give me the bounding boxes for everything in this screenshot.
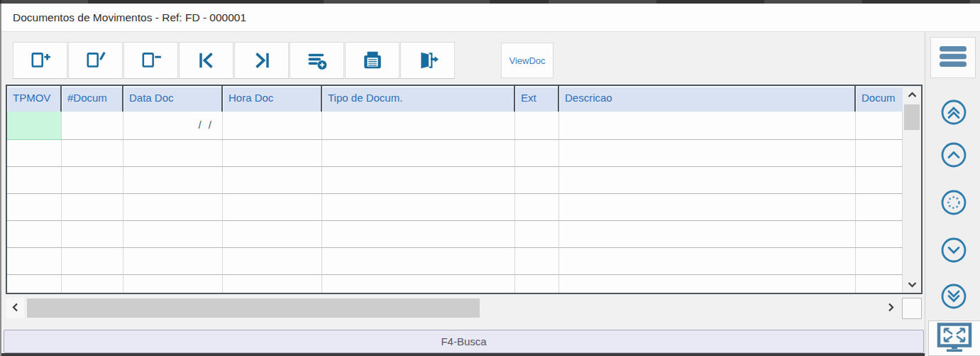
scroll-next-button[interactable] (940, 237, 968, 265)
column-header-ext[interactable]: Ext (515, 86, 559, 112)
grid-cell[interactable] (856, 167, 903, 194)
column-header-documento[interactable]: Docum (856, 86, 903, 112)
scroll-prev-button[interactable] (940, 141, 968, 170)
grid-row[interactable]: / / (7, 112, 903, 140)
grid-cell[interactable] (7, 167, 62, 194)
grid-row[interactable] (7, 194, 903, 221)
grid-cell[interactable] (223, 112, 322, 140)
grid-row[interactable] (7, 221, 903, 248)
horizontal-scrollbar[interactable] (6, 298, 900, 318)
grid-cell[interactable] (515, 194, 559, 221)
grid-cell[interactable] (223, 167, 322, 194)
grid-cell[interactable] (515, 275, 559, 293)
delete-record-button[interactable] (123, 42, 178, 79)
new-record-button[interactable] (13, 42, 67, 79)
grid-cell[interactable] (856, 112, 903, 140)
viewdoc-button[interactable]: ViewDoc (501, 43, 554, 78)
date-mask-cell[interactable]: / / (123, 112, 223, 140)
grid-cell[interactable] (223, 275, 322, 293)
grid-cell[interactable] (62, 221, 123, 248)
grid-cell[interactable] (123, 221, 223, 248)
grid-cell[interactable] (7, 140, 62, 167)
edit-record-button[interactable] (68, 42, 123, 79)
grid-cell[interactable] (559, 194, 856, 221)
scroll-up-button[interactable] (903, 86, 921, 103)
grid-cell[interactable] (123, 194, 223, 221)
grid-cell[interactable] (322, 112, 515, 140)
grid-cell[interactable] (515, 112, 559, 140)
grid-cell[interactable] (7, 221, 62, 248)
grid-cell[interactable] (223, 221, 322, 248)
grid-cell[interactable] (7, 194, 62, 221)
grid-cell[interactable] (515, 167, 559, 194)
selected-cell[interactable] (7, 112, 62, 140)
horizontal-scroll-thumb[interactable] (27, 298, 480, 318)
column-header-hora-doc[interactable]: Hora Doc (223, 86, 322, 112)
grid-row[interactable] (7, 167, 903, 194)
grid-cell[interactable] (559, 140, 856, 167)
grid-cell[interactable] (322, 248, 515, 275)
grid-cell[interactable] (515, 248, 559, 275)
double-chevron-up-icon (940, 98, 968, 129)
grid-cell[interactable] (123, 248, 223, 275)
grid-cell[interactable] (322, 194, 515, 221)
grid-cell[interactable] (123, 275, 223, 293)
grid-row[interactable] (7, 275, 903, 293)
menu-button[interactable] (930, 37, 976, 78)
vertical-scroll-thumb[interactable] (904, 104, 920, 130)
grid-cell[interactable] (223, 248, 322, 275)
grid-cell[interactable] (856, 275, 903, 293)
print-button[interactable] (345, 42, 400, 79)
last-record-button[interactable] (234, 42, 289, 79)
grid-row[interactable] (7, 140, 903, 167)
grid-cell[interactable] (322, 140, 515, 167)
grid-cell[interactable] (559, 248, 856, 275)
column-header-data-doc[interactable]: Data Doc (123, 86, 223, 112)
grid-cell[interactable] (856, 140, 903, 167)
grid-cell[interactable] (856, 194, 903, 221)
documents-grid: TPMOV #Docum Data Doc Hora Doc Tipo de D… (6, 85, 923, 294)
column-header-descricao[interactable]: Descricao (559, 86, 856, 112)
grid-cell[interactable] (515, 221, 559, 248)
grid-cell[interactable] (223, 140, 322, 167)
column-header-tipo-de-docum[interactable]: Tipo de Docum. (322, 86, 515, 112)
expand-window-button[interactable] (928, 320, 980, 356)
grid-cell[interactable] (62, 112, 123, 140)
grid-cell[interactable] (7, 275, 62, 293)
grid-cell[interactable] (515, 140, 559, 167)
grid-cell[interactable] (123, 140, 223, 167)
grid-cell[interactable] (223, 194, 322, 221)
vertical-scrollbar[interactable] (903, 86, 921, 293)
grid-cell[interactable] (856, 248, 903, 275)
grid-cell[interactable] (322, 221, 515, 248)
grid-cell[interactable] (7, 248, 62, 275)
exit-button[interactable] (400, 42, 455, 79)
add-detail-button[interactable] (290, 42, 344, 79)
grid-cell[interactable] (559, 167, 856, 194)
column-header-docum[interactable]: #Docum (62, 86, 123, 112)
grid-cell[interactable] (62, 194, 123, 221)
scroll-left-button[interactable] (6, 298, 24, 318)
grid-cell[interactable] (62, 167, 123, 194)
double-chevron-down-icon (940, 282, 968, 313)
grid-cell[interactable] (559, 112, 856, 140)
grid-cell[interactable] (559, 221, 856, 248)
grid-cell[interactable] (62, 275, 123, 293)
grid-cell[interactable] (559, 275, 856, 293)
grid-body: / / (7, 112, 903, 293)
grid-cell[interactable] (322, 167, 515, 194)
grid-cell[interactable] (62, 248, 123, 275)
grid-cell[interactable] (123, 167, 223, 194)
scroll-last-button[interactable] (940, 283, 968, 311)
locate-record-button[interactable] (940, 189, 968, 217)
chevron-up-icon (940, 141, 968, 171)
grid-cell[interactable] (62, 140, 123, 167)
grid-row[interactable] (7, 248, 903, 275)
grid-cell[interactable] (856, 221, 903, 248)
scroll-down-button[interactable] (903, 276, 921, 293)
first-record-button[interactable] (179, 42, 233, 79)
column-header-tpmov[interactable]: TPMOV (7, 86, 62, 112)
scroll-first-button[interactable] (940, 99, 968, 127)
grid-cell[interactable] (322, 275, 515, 293)
scroll-right-button[interactable] (881, 298, 900, 318)
